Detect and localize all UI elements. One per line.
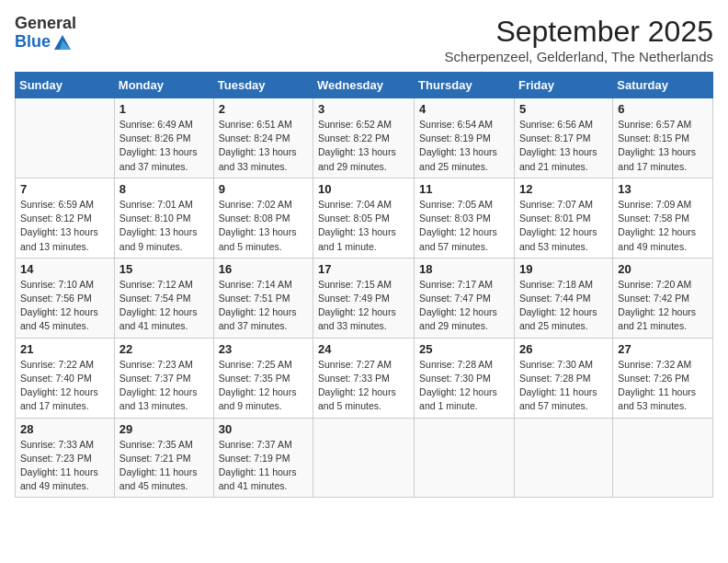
day-info: Sunrise: 7:20 AM Sunset: 7:42 PM Dayligh… xyxy=(618,278,708,334)
day-cell: 6Sunrise: 6:57 AM Sunset: 8:15 PM Daylig… xyxy=(613,98,713,178)
day-cell: 19Sunrise: 7:18 AM Sunset: 7:44 PM Dayli… xyxy=(514,258,612,338)
day-cell: 21Sunrise: 7:22 AM Sunset: 7:40 PM Dayli… xyxy=(16,338,115,418)
day-number: 17 xyxy=(318,262,409,276)
week-row-5: 28Sunrise: 7:33 AM Sunset: 7:23 PM Dayli… xyxy=(16,418,713,498)
logo-blue-text: Blue xyxy=(15,33,51,52)
day-cell xyxy=(415,418,515,498)
day-cell: 11Sunrise: 7:05 AM Sunset: 8:03 PM Dayli… xyxy=(415,178,515,258)
day-cell: 18Sunrise: 7:17 AM Sunset: 7:47 PM Dayli… xyxy=(415,258,515,338)
day-cell: 14Sunrise: 7:10 AM Sunset: 7:56 PM Dayli… xyxy=(16,258,115,338)
day-cell: 23Sunrise: 7:25 AM Sunset: 7:35 PM Dayli… xyxy=(213,338,313,418)
logo-general-text: General xyxy=(15,15,76,33)
day-number: 8 xyxy=(119,182,209,196)
day-cell: 10Sunrise: 7:04 AM Sunset: 8:05 PM Dayli… xyxy=(313,178,415,258)
day-info: Sunrise: 6:52 AM Sunset: 8:22 PM Dayligh… xyxy=(318,118,409,174)
day-info: Sunrise: 7:09 AM Sunset: 7:58 PM Dayligh… xyxy=(618,198,708,254)
day-number: 5 xyxy=(519,102,608,116)
day-number: 7 xyxy=(20,182,109,196)
day-info: Sunrise: 6:54 AM Sunset: 8:19 PM Dayligh… xyxy=(419,118,509,174)
day-number: 20 xyxy=(618,262,708,276)
day-number: 28 xyxy=(20,422,109,436)
day-cell: 20Sunrise: 7:20 AM Sunset: 7:42 PM Dayli… xyxy=(613,258,713,338)
day-cell: 15Sunrise: 7:12 AM Sunset: 7:54 PM Dayli… xyxy=(114,258,213,338)
day-cell: 17Sunrise: 7:15 AM Sunset: 7:49 PM Dayli… xyxy=(313,258,415,338)
location-title: Scherpenzeel, Gelderland, The Netherland… xyxy=(445,49,713,64)
day-cell: 27Sunrise: 7:32 AM Sunset: 7:26 PM Dayli… xyxy=(613,338,713,418)
day-info: Sunrise: 7:01 AM Sunset: 8:10 PM Dayligh… xyxy=(119,198,209,254)
day-info: Sunrise: 7:18 AM Sunset: 7:44 PM Dayligh… xyxy=(519,278,608,334)
day-cell: 2Sunrise: 6:51 AM Sunset: 8:24 PM Daylig… xyxy=(213,98,313,178)
week-row-2: 7Sunrise: 6:59 AM Sunset: 8:12 PM Daylig… xyxy=(16,178,713,258)
day-cell: 8Sunrise: 7:01 AM Sunset: 8:10 PM Daylig… xyxy=(114,178,213,258)
title-block: September 2025 Scherpenzeel, Gelderland,… xyxy=(445,15,713,64)
day-info: Sunrise: 7:27 AM Sunset: 7:33 PM Dayligh… xyxy=(318,358,409,414)
day-info: Sunrise: 7:35 AM Sunset: 7:21 PM Dayligh… xyxy=(119,438,209,494)
day-number: 27 xyxy=(618,342,708,356)
day-cell: 3Sunrise: 6:52 AM Sunset: 8:22 PM Daylig… xyxy=(313,98,415,178)
header-row: SundayMondayTuesdayWednesdayThursdayFrid… xyxy=(16,73,713,98)
day-cell: 29Sunrise: 7:35 AM Sunset: 7:21 PM Dayli… xyxy=(114,418,213,498)
day-number: 14 xyxy=(20,262,109,276)
day-number: 18 xyxy=(419,262,509,276)
day-cell: 5Sunrise: 6:56 AM Sunset: 8:17 PM Daylig… xyxy=(514,98,612,178)
col-header-sunday: Sunday xyxy=(16,73,115,98)
day-info: Sunrise: 7:04 AM Sunset: 8:05 PM Dayligh… xyxy=(318,198,409,254)
day-number: 13 xyxy=(618,182,708,196)
day-number: 2 xyxy=(219,102,308,116)
day-number: 23 xyxy=(219,342,308,356)
day-info: Sunrise: 7:17 AM Sunset: 7:47 PM Dayligh… xyxy=(419,278,509,334)
day-cell: 28Sunrise: 7:33 AM Sunset: 7:23 PM Dayli… xyxy=(16,418,115,498)
week-row-1: 1Sunrise: 6:49 AM Sunset: 8:26 PM Daylig… xyxy=(16,98,713,178)
day-cell xyxy=(514,418,612,498)
day-info: Sunrise: 7:33 AM Sunset: 7:23 PM Dayligh… xyxy=(20,438,109,494)
day-info: Sunrise: 7:28 AM Sunset: 7:30 PM Dayligh… xyxy=(419,358,509,414)
day-info: Sunrise: 7:15 AM Sunset: 7:49 PM Dayligh… xyxy=(318,278,409,334)
day-info: Sunrise: 6:59 AM Sunset: 8:12 PM Dayligh… xyxy=(20,198,109,254)
day-cell: 25Sunrise: 7:28 AM Sunset: 7:30 PM Dayli… xyxy=(415,338,515,418)
logo: General Blue xyxy=(15,15,76,52)
day-info: Sunrise: 7:05 AM Sunset: 8:03 PM Dayligh… xyxy=(419,198,509,254)
week-row-4: 21Sunrise: 7:22 AM Sunset: 7:40 PM Dayli… xyxy=(16,338,713,418)
day-info: Sunrise: 7:23 AM Sunset: 7:37 PM Dayligh… xyxy=(119,358,209,414)
month-title: September 2025 xyxy=(445,15,713,49)
day-cell xyxy=(16,98,115,178)
col-header-wednesday: Wednesday xyxy=(313,73,415,98)
day-number: 26 xyxy=(519,342,608,356)
day-cell: 4Sunrise: 6:54 AM Sunset: 8:19 PM Daylig… xyxy=(415,98,515,178)
day-cell: 22Sunrise: 7:23 AM Sunset: 7:37 PM Dayli… xyxy=(114,338,213,418)
day-number: 21 xyxy=(20,342,109,356)
day-info: Sunrise: 7:32 AM Sunset: 7:26 PM Dayligh… xyxy=(618,358,708,414)
day-cell: 16Sunrise: 7:14 AM Sunset: 7:51 PM Dayli… xyxy=(213,258,313,338)
day-cell: 13Sunrise: 7:09 AM Sunset: 7:58 PM Dayli… xyxy=(613,178,713,258)
day-cell: 12Sunrise: 7:07 AM Sunset: 8:01 PM Dayli… xyxy=(514,178,612,258)
day-info: Sunrise: 7:22 AM Sunset: 7:40 PM Dayligh… xyxy=(20,358,109,414)
day-cell xyxy=(313,418,415,498)
day-number: 6 xyxy=(618,102,708,116)
col-header-friday: Friday xyxy=(514,73,612,98)
day-number: 22 xyxy=(119,342,209,356)
day-info: Sunrise: 6:51 AM Sunset: 8:24 PM Dayligh… xyxy=(219,118,308,174)
day-cell xyxy=(613,418,713,498)
day-cell: 24Sunrise: 7:27 AM Sunset: 7:33 PM Dayli… xyxy=(313,338,415,418)
page-header: General Blue September 2025 Scherpenzeel… xyxy=(15,15,713,64)
day-info: Sunrise: 7:10 AM Sunset: 7:56 PM Dayligh… xyxy=(20,278,109,334)
day-number: 24 xyxy=(318,342,409,356)
logo-icon xyxy=(52,33,73,52)
col-header-monday: Monday xyxy=(114,73,213,98)
calendar-table: SundayMondayTuesdayWednesdayThursdayFrid… xyxy=(15,72,713,498)
day-info: Sunrise: 7:12 AM Sunset: 7:54 PM Dayligh… xyxy=(119,278,209,334)
day-info: Sunrise: 6:49 AM Sunset: 8:26 PM Dayligh… xyxy=(119,118,209,174)
day-cell: 1Sunrise: 6:49 AM Sunset: 8:26 PM Daylig… xyxy=(114,98,213,178)
day-cell: 26Sunrise: 7:30 AM Sunset: 7:28 PM Dayli… xyxy=(514,338,612,418)
day-number: 15 xyxy=(119,262,209,276)
day-number: 4 xyxy=(419,102,509,116)
col-header-saturday: Saturday xyxy=(613,73,713,98)
day-cell: 9Sunrise: 7:02 AM Sunset: 8:08 PM Daylig… xyxy=(213,178,313,258)
day-number: 10 xyxy=(318,182,409,196)
day-info: Sunrise: 6:56 AM Sunset: 8:17 PM Dayligh… xyxy=(519,118,608,174)
day-info: Sunrise: 7:02 AM Sunset: 8:08 PM Dayligh… xyxy=(219,198,308,254)
day-number: 1 xyxy=(119,102,209,116)
day-number: 30 xyxy=(219,422,308,436)
day-info: Sunrise: 7:07 AM Sunset: 8:01 PM Dayligh… xyxy=(519,198,608,254)
day-number: 9 xyxy=(219,182,308,196)
